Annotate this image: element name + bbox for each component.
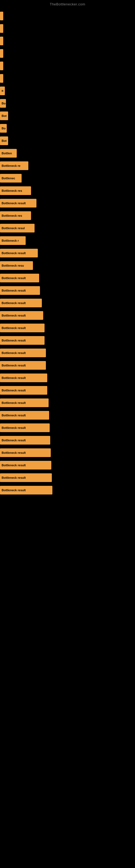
- bar-row-4: [0, 48, 135, 59]
- bar-row-18: Bottleneck resul: [0, 222, 135, 234]
- bar-label-12: Bottlen: [0, 149, 17, 158]
- bar-row-9: Bot: [0, 110, 135, 122]
- bar-label-7: B: [0, 87, 5, 95]
- bar-label-1: [0, 12, 3, 20]
- bar-label-6: [0, 74, 3, 83]
- bar-row-34: Bottleneck result: [0, 422, 135, 434]
- bar-label-2: [0, 24, 3, 33]
- bar-row-6: [0, 72, 135, 84]
- bar-label-27: Bottleneck result: [0, 336, 45, 345]
- bar-row-32: Bottleneck result: [0, 397, 135, 409]
- bar-label-39: Bottleneck result: [0, 486, 52, 495]
- bar-row-12: Bottlen: [0, 147, 135, 159]
- bar-row-17: Bottleneck res: [0, 210, 135, 222]
- bar-label-4: [0, 49, 3, 58]
- bar-row-5: [0, 60, 135, 72]
- bar-row-33: Bottleneck result: [0, 409, 135, 421]
- bar-row-13: Bottleneck re: [0, 160, 135, 172]
- bar-row-35: Bottleneck result: [0, 434, 135, 446]
- bars-container: BBoBotBoBotBottlenBottleneck reBottlenec…: [0, 7, 135, 497]
- bar-row-7: B: [0, 85, 135, 97]
- bar-label-30: Bottleneck result: [0, 373, 47, 382]
- bar-row-28: Bottleneck result: [0, 347, 135, 359]
- bar-row-11: Bot: [0, 135, 135, 147]
- bar-row-38: Bottleneck result: [0, 472, 135, 484]
- bar-label-17: Bottleneck res: [0, 211, 31, 220]
- bar-label-25: Bottleneck result: [0, 311, 43, 320]
- bar-label-15: Bottleneck res: [0, 186, 31, 195]
- bar-label-36: Bottleneck result: [0, 448, 51, 457]
- bar-label-35: Bottleneck result: [0, 436, 50, 444]
- bar-label-19: Bottleneck r: [0, 236, 26, 245]
- bar-label-38: Bottleneck result: [0, 473, 52, 482]
- bar-label-28: Bottleneck result: [0, 348, 46, 357]
- bar-label-20: Bottleneck result: [0, 249, 38, 257]
- bar-row-39: Bottleneck result: [0, 484, 135, 496]
- bar-label-34: Bottleneck result: [0, 424, 50, 432]
- bar-label-9: Bot: [0, 112, 8, 120]
- bar-label-37: Bottleneck result: [0, 461, 51, 469]
- bar-label-18: Bottleneck resul: [0, 224, 35, 232]
- bar-row-10: Bo: [0, 122, 135, 134]
- bar-label-16: Bottleneck result: [0, 199, 37, 208]
- bar-row-29: Bottleneck result: [0, 360, 135, 371]
- bar-label-14: Bottlenec: [0, 174, 21, 183]
- bar-label-11: Bot: [0, 136, 8, 145]
- bar-row-22: Bottleneck result: [0, 272, 135, 284]
- bar-label-26: Bottleneck result: [0, 323, 45, 332]
- bar-row-24: Bottleneck result: [0, 297, 135, 309]
- bar-row-2: [0, 23, 135, 34]
- bar-label-32: Bottleneck result: [0, 399, 49, 407]
- bar-row-15: Bottleneck res: [0, 185, 135, 197]
- bar-label-31: Bottleneck result: [0, 386, 47, 395]
- bar-label-33: Bottleneck result: [0, 411, 49, 420]
- bar-label-24: Bottleneck result: [0, 299, 42, 307]
- bar-label-3: [0, 37, 3, 45]
- bar-row-8: Bo: [0, 97, 135, 109]
- bar-row-31: Bottleneck result: [0, 384, 135, 396]
- bar-row-20: Bottleneck result: [0, 247, 135, 259]
- bar-label-13: Bottleneck re: [0, 161, 28, 170]
- bar-row-16: Bottleneck result: [0, 197, 135, 209]
- bar-label-22: Bottleneck result: [0, 274, 39, 282]
- bar-label-23: Bottleneck result: [0, 286, 40, 295]
- bar-label-29: Bottleneck result: [0, 361, 46, 370]
- bar-row-19: Bottleneck r: [0, 235, 135, 247]
- bar-row-25: Bottleneck result: [0, 310, 135, 321]
- bar-row-36: Bottleneck result: [0, 447, 135, 459]
- bar-row-14: Bottlenec: [0, 172, 135, 184]
- site-title: TheBottlenecker.com: [0, 0, 135, 7]
- bar-label-5: [0, 62, 3, 70]
- bar-label-21: Bottleneck resu: [0, 261, 33, 270]
- bar-label-10: Bo: [0, 124, 7, 133]
- bar-row-21: Bottleneck resu: [0, 259, 135, 272]
- bar-row-23: Bottleneck result: [0, 284, 135, 297]
- bar-row-3: [0, 35, 135, 47]
- bar-row-1: [0, 10, 135, 22]
- bar-row-27: Bottleneck result: [0, 335, 135, 346]
- bar-row-30: Bottleneck result: [0, 372, 135, 384]
- bar-row-37: Bottleneck result: [0, 459, 135, 471]
- bar-label-8: Bo: [0, 99, 6, 108]
- bar-row-26: Bottleneck result: [0, 322, 135, 334]
